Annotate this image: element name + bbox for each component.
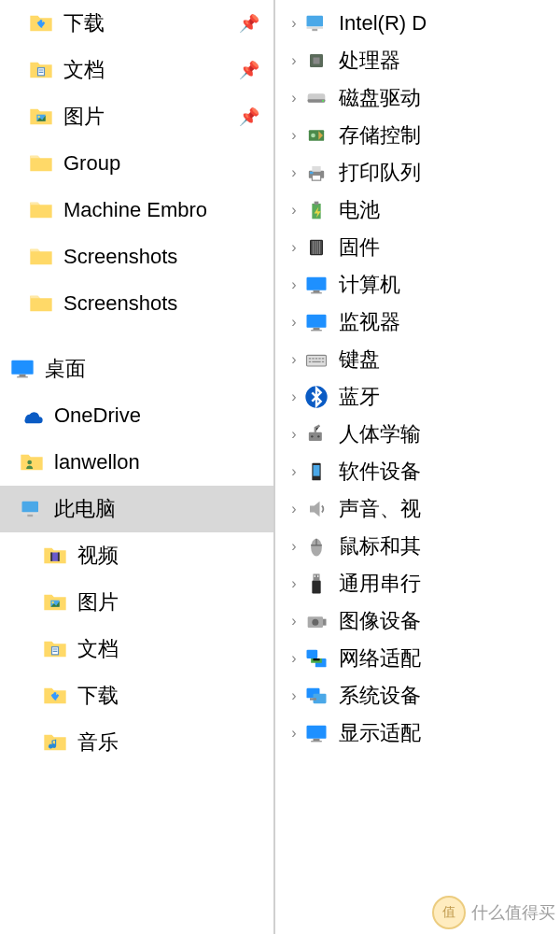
device-tree-item[interactable]: › 鼠标和其 (275, 528, 560, 565)
device-tree-item[interactable]: › 打印队列 (275, 154, 560, 191)
device-tree: › Intel(R) D› 处理器› 磁盘驱动› 存储控制› 打印队列› 电池›… (275, 0, 560, 934)
device-label: 图像设备 (339, 607, 421, 635)
device-tree-item[interactable]: › 处理器 (275, 42, 560, 79)
nav-item[interactable]: 此电脑 (0, 486, 273, 532)
nav-item-desktop[interactable]: 桌面 (0, 346, 273, 392)
device-label: 软件设备 (339, 458, 421, 486)
expand-arrow-icon[interactable]: › (285, 538, 303, 555)
nav-label: 视频 (77, 542, 119, 570)
nav-item[interactable]: 视频 (0, 532, 273, 579)
expand-arrow-icon[interactable]: › (285, 202, 303, 219)
nav-label: OneDrive (54, 403, 141, 428)
camera-icon (303, 608, 329, 634)
bluetooth-icon (303, 384, 329, 410)
nav-item-quickaccess[interactable]: 文档 📌 (0, 47, 273, 93)
nav-item[interactable]: 图片 (0, 579, 273, 626)
folder-document-icon (28, 57, 54, 83)
expand-arrow-icon[interactable]: › (285, 426, 303, 443)
mouse-icon (303, 533, 329, 559)
device-tree-item[interactable]: › 监视器 (275, 304, 560, 341)
nav-label: 文档 (77, 635, 119, 663)
expand-arrow-icon[interactable]: › (285, 687, 303, 704)
sound-icon (303, 496, 329, 522)
device-label: 显示适配 (339, 719, 421, 747)
device-tree-item[interactable]: › 蓝牙 (275, 378, 560, 416)
nav-label: Machine Embro (63, 198, 207, 222)
pin-icon: 📌 (239, 60, 259, 80)
device-tree-item[interactable]: › 存储控制 (275, 117, 560, 154)
folder-icon (28, 197, 54, 223)
expand-arrow-icon[interactable]: › (285, 239, 303, 256)
disk-icon (303, 85, 329, 111)
expand-arrow-icon[interactable]: › (285, 613, 303, 630)
device-tree-item[interactable]: › 键盘 (275, 341, 560, 378)
device-tree-item[interactable]: › 电池 (275, 191, 560, 229)
expand-arrow-icon[interactable]: › (285, 52, 303, 69)
nav-item[interactable]: 下载 (0, 672, 273, 719)
device-tree-item[interactable]: › 软件设备 (275, 453, 560, 490)
device-tree-item[interactable]: › Intel(R) D (275, 5, 560, 42)
expand-arrow-icon[interactable]: › (285, 164, 303, 181)
watermark-badge-icon: 值 (432, 896, 466, 929)
folder-picture-icon (42, 589, 68, 616)
device-label: 打印队列 (339, 159, 421, 187)
pin-icon: 📌 (239, 106, 259, 127)
device-tree-item[interactable]: › 磁盘驱动 (275, 79, 560, 117)
expand-arrow-icon[interactable]: › (285, 501, 303, 517)
desktop-icon (9, 356, 35, 382)
nav-label: 图片 (63, 103, 105, 131)
nav-item-quickaccess[interactable]: 图片 📌 (0, 93, 273, 140)
nav-label: 桌面 (45, 355, 86, 383)
usb-icon (303, 571, 329, 597)
nav-item-quickaccess[interactable]: Screenshots (0, 280, 273, 327)
nav-item-quickaccess[interactable]: Screenshots (0, 234, 273, 280)
nav-label: 此电脑 (54, 495, 116, 523)
expand-arrow-icon[interactable]: › (285, 276, 303, 293)
cpu-icon (303, 48, 329, 74)
expand-arrow-icon[interactable]: › (285, 90, 303, 106)
system-device-icon (303, 683, 329, 709)
device-tree-item[interactable]: › 计算机 (275, 266, 560, 304)
expand-arrow-icon[interactable]: › (285, 463, 303, 480)
nav-item-quickaccess[interactable]: 下载 📌 (0, 0, 273, 47)
expand-arrow-icon[interactable]: › (285, 127, 303, 144)
device-tree-item[interactable]: › 声音、视 (275, 490, 560, 528)
nav-item[interactable]: 音乐 (0, 719, 273, 766)
folder-download-icon (42, 683, 68, 709)
expand-arrow-icon[interactable]: › (285, 314, 303, 331)
folder-download-icon (28, 10, 54, 36)
expand-arrow-icon[interactable]: › (285, 389, 303, 405)
nav-item-quickaccess[interactable]: Machine Embro (0, 187, 273, 234)
device-label: 人体学输 (339, 420, 421, 448)
device-tree-item[interactable]: › 网络适配 (275, 640, 560, 677)
expand-arrow-icon[interactable]: › (285, 725, 303, 742)
expand-arrow-icon[interactable]: › (285, 15, 303, 32)
device-label: 固件 (339, 234, 380, 262)
hid-icon (303, 421, 329, 447)
device-tree-item[interactable]: › 人体学输 (275, 416, 560, 453)
nav-item[interactable]: lanwellon (0, 439, 273, 486)
user-folder-icon (19, 449, 45, 475)
device-label: 存储控制 (339, 121, 421, 149)
folder-picture-icon (28, 104, 54, 130)
nav-item-quickaccess[interactable]: Group (0, 140, 273, 187)
device-tree-item[interactable]: › 图像设备 (275, 602, 560, 640)
nav-item[interactable]: 文档 (0, 626, 273, 672)
storage-controller-icon (303, 122, 329, 149)
device-tree-item[interactable]: › 系统设备 (275, 677, 560, 715)
device-tree-item[interactable]: › 显示适配 (275, 715, 560, 752)
expand-arrow-icon[interactable]: › (285, 650, 303, 667)
device-label: Intel(R) D (339, 11, 427, 35)
device-tree-item[interactable]: › 固件 (275, 229, 560, 266)
expand-arrow-icon[interactable]: › (285, 351, 303, 368)
device-label: 网络适配 (339, 644, 421, 672)
device-tree-item[interactable]: › 通用串行 (275, 565, 560, 602)
network-icon (303, 645, 329, 672)
nav-label: Screenshots (63, 245, 177, 269)
nav-item[interactable]: OneDrive (0, 392, 273, 439)
expand-arrow-icon[interactable]: › (285, 575, 303, 592)
onedrive-icon (19, 403, 45, 429)
device-label: 磁盘驱动 (339, 84, 421, 112)
display-adapter-icon (303, 720, 329, 746)
device-label: 键盘 (339, 346, 380, 374)
